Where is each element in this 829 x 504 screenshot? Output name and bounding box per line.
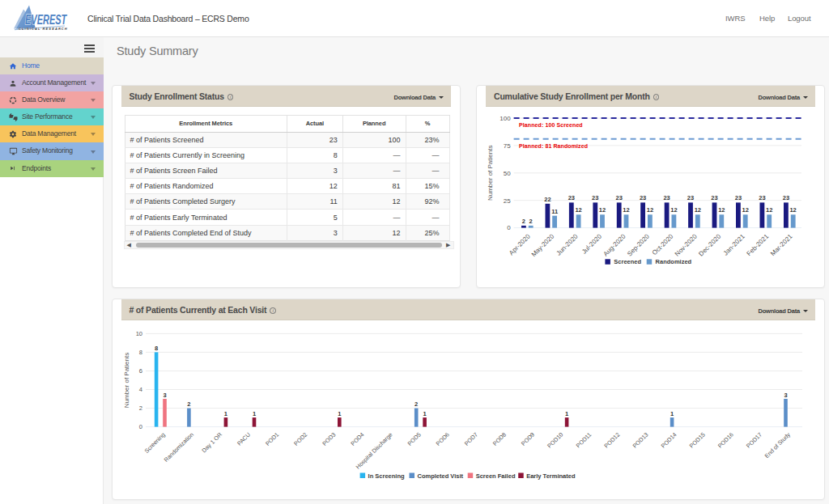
svg-text:Jun-2020: Jun-2020 [555,232,580,256]
svg-text:May-2020: May-2020 [530,232,556,258]
svg-text:2: 2 [522,218,525,225]
svg-text:11: 11 [551,208,558,215]
svg-text:Number of Patients: Number of Patients [122,353,130,408]
svg-text:POD4: POD4 [349,431,365,447]
svg-text:6: 6 [138,367,142,375]
svg-text:POD11: POD11 [574,431,593,450]
svg-text:Mar-2021: Mar-2021 [769,232,794,257]
svg-text:12: 12 [647,206,653,214]
svg-text:Randomized: Randomized [656,258,692,265]
svg-text:EVEREST: EVEREST [25,13,68,27]
svg-text:23: 23 [759,194,765,201]
svg-text:12: 12 [670,206,677,214]
svg-text:25: 25 [504,197,511,205]
svg-text:2: 2 [187,400,190,408]
svg-text:Jan-2021: Jan-2021 [722,232,746,256]
svg-text:Jul-2020: Jul-2020 [580,232,603,255]
svg-text:POD2: POD2 [292,431,308,447]
svg-text:12: 12 [766,206,772,214]
svg-text:23: 23 [640,194,646,201]
svg-text:12: 12 [742,206,749,214]
svg-text:Day 1 OR: Day 1 OR [200,431,223,455]
svg-text:3: 3 [784,392,787,399]
svg-text:23: 23 [783,194,789,201]
svg-text:23: 23 [687,194,694,201]
svg-text:PACU: PACU [236,431,252,447]
svg-text:75: 75 [504,142,511,150]
svg-text:POD9: POD9 [519,431,535,447]
svg-text:End of Study: End of Study [763,430,792,460]
svg-text:In Screening: In Screening [368,472,404,480]
svg-text:POD8: POD8 [491,431,507,447]
svg-text:POD10: POD10 [546,431,564,450]
svg-text:22: 22 [544,196,551,203]
svg-text:Number of Patients: Number of Patients [487,146,494,201]
svg-text:Randomization: Randomization [162,431,194,464]
svg-text:23: 23 [663,194,670,201]
svg-text:2: 2 [529,218,533,225]
svg-text:8: 8 [155,345,158,352]
svg-text:POD15: POD15 [687,431,706,450]
svg-text:Aug-2020: Aug-2020 [602,232,627,257]
svg-text:1: 1 [670,410,674,417]
svg-text:1: 1 [338,410,341,417]
svg-text:2: 2 [138,404,142,412]
svg-text:Nov-2020: Nov-2020 [674,232,699,257]
svg-text:8: 8 [138,349,142,356]
svg-text:Screening: Screening [142,431,166,455]
svg-text:0: 0 [507,224,511,231]
svg-text:Sep-2020: Sep-2020 [626,232,651,257]
svg-text:23: 23 [568,194,575,201]
svg-text:Screen Failed: Screen Failed [475,472,515,480]
svg-text:POD1: POD1 [264,431,280,447]
svg-text:Planned: 100 Screened: Planned: 100 Screened [519,122,583,128]
svg-text:Screened: Screened [614,258,641,265]
svg-text:10: 10 [135,330,142,337]
svg-text:100: 100 [500,115,511,122]
svg-text:POD6: POD6 [434,431,450,447]
svg-text:2: 2 [414,400,418,408]
svg-text:CLINICAL RESEARCH: CLINICAL RESEARCH [19,27,68,31]
svg-text:Planned: 81 Randomized: Planned: 81 Randomized [519,143,588,149]
svg-text:POD14: POD14 [659,431,678,450]
svg-text:POD3: POD3 [321,431,337,447]
svg-text:12: 12 [718,206,725,214]
svg-text:POD12: POD12 [602,431,621,450]
svg-text:12: 12 [789,206,796,214]
svg-text:Early Terminated: Early Terminated [526,472,576,480]
svg-text:POD13: POD13 [631,431,649,450]
svg-text:12: 12 [623,206,629,214]
svg-text:Apr-2020: Apr-2020 [508,232,532,256]
svg-text:0: 0 [138,423,142,430]
svg-text:23: 23 [735,194,742,201]
svg-text:23: 23 [616,194,623,201]
svg-text:Oct-2020: Oct-2020 [651,232,675,256]
svg-text:23: 23 [592,194,598,201]
svg-text:Dec-2020: Dec-2020 [697,232,722,257]
svg-text:Feb-2021: Feb-2021 [746,232,771,257]
svg-text:1: 1 [252,410,255,417]
svg-text:1: 1 [423,410,426,417]
svg-text:12: 12 [575,206,581,214]
svg-text:1: 1 [565,410,568,417]
svg-text:23: 23 [711,194,717,201]
svg-text:POD16: POD16 [716,431,734,450]
svg-text:4: 4 [138,386,142,393]
svg-text:1: 1 [223,410,227,417]
svg-text:Completed Visit: Completed Visit [417,472,463,480]
svg-text:POD5: POD5 [406,431,422,447]
svg-text:12: 12 [599,206,606,214]
svg-text:POD17: POD17 [744,431,763,450]
svg-text:12: 12 [695,206,701,214]
svg-text:3: 3 [163,392,166,399]
svg-text:50: 50 [504,170,511,177]
svg-text:POD7: POD7 [462,431,478,447]
